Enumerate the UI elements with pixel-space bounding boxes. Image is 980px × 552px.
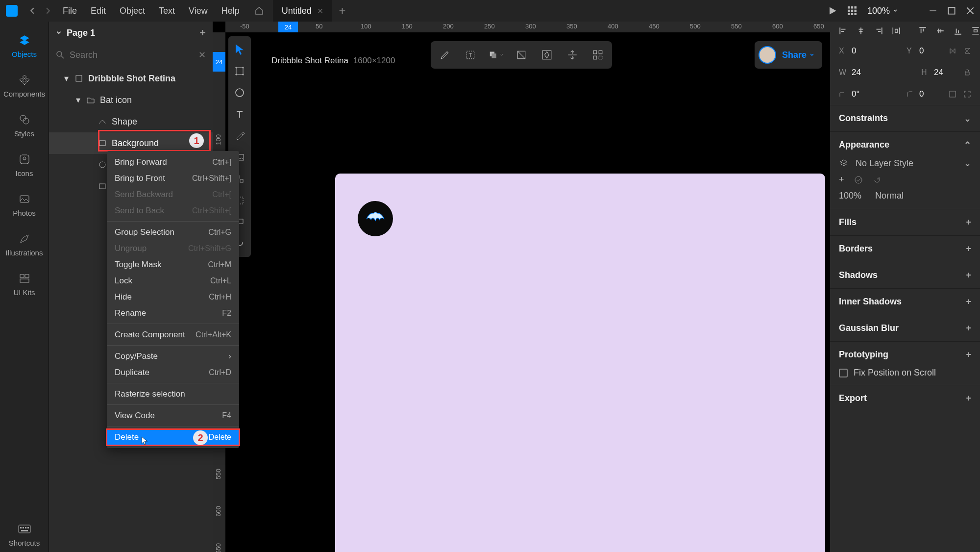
cm-view-code[interactable]: View CodeF4	[107, 407, 239, 424]
menu-help[interactable]: Help	[216, 3, 245, 19]
w-field[interactable]: W24	[839, 68, 874, 77]
clear-search-icon[interactable]: ✕	[198, 50, 206, 60]
section-export[interactable]: Export +	[830, 385, 980, 411]
edit-icon[interactable]	[438, 48, 452, 62]
cm-rasterize[interactable]: Rasterize selection	[107, 386, 239, 402]
window-minimize-icon[interactable]	[929, 7, 937, 15]
h-field[interactable]: H24	[921, 68, 956, 77]
layer-frame[interactable]: ▾ Dribbble Shot Retina	[49, 68, 213, 89]
layer-style-dropdown[interactable]: No Layer Style	[856, 158, 913, 169]
mask-icon[interactable]	[514, 48, 529, 62]
cm-bring-to-front[interactable]: Bring to FrontCtrl+Shift+]	[107, 170, 239, 186]
radius-expand-icon[interactable]	[949, 90, 956, 98]
section-inner-shadows[interactable]: Inner Shadows +	[830, 288, 980, 315]
cm-duplicate[interactable]: DuplicateCtrl+D	[107, 364, 239, 380]
layer-group[interactable]: ▾ Bat icon	[49, 89, 213, 111]
layer-shape[interactable]: ▾ Shape	[49, 111, 213, 132]
flip-h-icon[interactable]	[949, 47, 956, 55]
align-left-icon[interactable]	[839, 26, 848, 35]
home-icon[interactable]	[254, 6, 264, 16]
radius-corners-icon[interactable]	[963, 90, 971, 98]
add-icon[interactable]: +	[966, 244, 971, 254]
section-blur[interactable]: Gaussian Blur +	[830, 315, 980, 341]
rail-photos[interactable]: Photos	[0, 187, 49, 222]
app-logo[interactable]	[6, 5, 18, 17]
menu-edit[interactable]: Edit	[85, 3, 112, 19]
tab-add-button[interactable]: +	[339, 4, 346, 18]
align-bottom-icon[interactable]	[954, 26, 962, 35]
rail-shortcuts[interactable]: Shortcuts	[0, 517, 49, 552]
layer-style-icon[interactable]	[839, 158, 849, 168]
edit-text-icon[interactable]	[463, 48, 478, 62]
align-center-v-icon[interactable]	[936, 26, 945, 35]
bat-icon-object[interactable]	[358, 201, 393, 236]
nav-back-button[interactable]	[25, 4, 39, 18]
menu-file[interactable]: File	[57, 3, 83, 19]
share-button[interactable]: Share	[782, 50, 814, 60]
boolean-icon[interactable]	[489, 48, 503, 62]
rail-objects[interactable]: Objects	[0, 28, 49, 63]
rail-icons[interactable]: Icons	[0, 148, 49, 182]
distribute-v-icon[interactable]	[971, 26, 980, 35]
flip-v-icon[interactable]	[963, 47, 971, 55]
detach-style-icon[interactable]	[854, 176, 863, 184]
rail-styles[interactable]: Styles	[0, 108, 49, 143]
rail-uikits[interactable]: UI Kits	[0, 267, 49, 301]
cm-copy-paste[interactable]: Copy/Paste›	[107, 348, 239, 364]
add-icon[interactable]: +	[966, 297, 971, 307]
tool-select[interactable]	[230, 40, 249, 59]
cm-create-component[interactable]: Create ComponentCtrl+Alt+K	[107, 326, 239, 343]
menu-text[interactable]: Text	[153, 3, 181, 19]
section-appearance[interactable]: Appearance ⌃	[830, 131, 980, 158]
tool-pen[interactable]	[230, 126, 249, 145]
section-borders[interactable]: Borders +	[830, 235, 980, 262]
search-input[interactable]	[70, 50, 194, 60]
component-create-icon[interactable]	[539, 48, 554, 62]
cm-send-backward[interactable]: Send BackwardCtrl+[	[107, 186, 239, 202]
theme-icon[interactable]	[908, 6, 918, 16]
section-prototyping[interactable]: Prototyping +	[830, 341, 980, 368]
section-shadows[interactable]: Shadows +	[830, 262, 980, 288]
play-icon[interactable]	[828, 6, 837, 15]
artboard[interactable]	[335, 174, 825, 552]
canvas[interactable]: -50 0 50 100 150 200 250 300 350 400 450…	[213, 22, 830, 552]
page-header[interactable]: Page 1 +	[49, 22, 213, 44]
document-tab[interactable]: Untitled ×	[273, 0, 332, 22]
cm-hide[interactable]: HideCtrl+H	[107, 289, 239, 305]
window-maximize-icon[interactable]	[948, 7, 956, 15]
nav-forward-button[interactable]	[41, 4, 55, 18]
cm-toggle-mask[interactable]: Toggle MaskCtrl+M	[107, 256, 239, 273]
radius-field[interactable]: 0	[906, 89, 942, 99]
window-close-icon[interactable]	[966, 7, 974, 15]
user-avatar[interactable]	[759, 46, 776, 64]
frame-label[interactable]: Dribbble Shot Retina 1600×1200	[271, 56, 395, 66]
cm-send-to-back[interactable]: Send to BackCtrl+Shift+[	[107, 202, 239, 219]
align-center-h-icon[interactable]	[857, 26, 865, 35]
align-top-icon[interactable]	[918, 26, 927, 35]
align-right-icon[interactable]	[874, 26, 883, 35]
distribute-h-icon[interactable]	[892, 26, 901, 35]
add-style-icon[interactable]: +	[839, 175, 844, 185]
cm-ungroup[interactable]: UngroupCtrl+Shift+G	[107, 240, 239, 256]
tidy-icon[interactable]	[590, 48, 605, 62]
add-icon[interactable]: +	[966, 270, 971, 280]
rotation-field[interactable]: 0°	[839, 89, 874, 99]
blend-mode-dropdown[interactable]: Normal	[875, 191, 904, 201]
menu-view[interactable]: View	[183, 3, 214, 19]
add-icon[interactable]: +	[966, 323, 971, 333]
rail-components[interactable]: Components	[0, 68, 49, 103]
cm-bring-forward[interactable]: Bring ForwardCtrl+]	[107, 154, 239, 170]
tab-close-icon[interactable]: ×	[318, 5, 323, 17]
cm-delete[interactable]: DeleteDelete	[107, 429, 239, 445]
add-icon[interactable]: +	[966, 393, 971, 403]
section-constraints[interactable]: Constraints ⌄	[830, 105, 980, 131]
tool-ellipse[interactable]	[230, 83, 249, 102]
lock-ratio-icon[interactable]	[963, 69, 971, 76]
cm-rename[interactable]: RenameF2	[107, 305, 239, 321]
align-icon[interactable]	[565, 48, 580, 62]
section-fills[interactable]: Fills +	[830, 209, 980, 235]
add-page-button[interactable]: +	[199, 26, 206, 39]
grid-icon[interactable]	[848, 6, 857, 15]
menu-object[interactable]: Object	[114, 3, 151, 19]
rail-illustrations[interactable]: Illustrations	[0, 227, 49, 262]
